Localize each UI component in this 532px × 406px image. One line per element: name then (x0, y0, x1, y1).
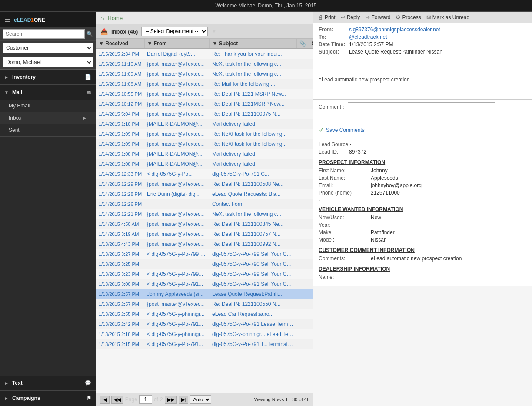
row-attachment (296, 99, 309, 109)
col-received[interactable]: ▼ Received (96, 39, 144, 49)
sidebar-item-my-email[interactable]: My Email (0, 100, 96, 112)
table-row[interactable]: 1/14/2015 12:26 PM Contact Form 2 Kb (96, 199, 313, 209)
table-row[interactable]: 1/14/2015 1:10 PM {MAILER-DAEMON@... Mai… (96, 119, 313, 129)
search-icon[interactable]: 🔍 (86, 31, 93, 37)
row-size: 2 Kb (309, 339, 313, 349)
comment-textarea[interactable] (348, 102, 495, 124)
sidebar-item-inbox[interactable]: Inbox ► (0, 112, 96, 124)
from-email-link[interactable]: sig897376@phnnigr.piaccessdealer.net (349, 27, 440, 33)
table-row[interactable]: 1/13/2015 3:25 PM dlg-0575G-y-Po-790 Sel… (96, 259, 313, 269)
prev-page-button[interactable]: ◀◀ (111, 396, 123, 404)
row-from: {MAILER-DAEMON@... (144, 119, 209, 129)
row-attachment (296, 199, 309, 209)
table-row[interactable]: 1/14/2015 10:55 PM {post_master@vTextec.… (96, 89, 313, 99)
row-from (144, 259, 209, 269)
reply-label: Reply (347, 14, 360, 20)
app-logo: eLEAD1ONE (14, 16, 45, 23)
mark-unread-action[interactable]: ✉ Mark as Unread (426, 14, 469, 20)
table-row[interactable]: 1/14/2015 12:29 PM {post_master@vTextec.… (96, 179, 313, 189)
table-row[interactable]: 1/15/2015 11:09 AM {post_master@vTextec.… (96, 69, 313, 79)
table-row[interactable]: 1/13/2015 2:15 PM < dlg-0575G-y-Po-791..… (96, 339, 313, 349)
table-row[interactable]: 1/14/2015 1:08 PM {MAILER-DAEMON@... Mai… (96, 159, 313, 169)
col-attachment: 📎 (296, 39, 309, 49)
row-from: {post_master@vTextec... (144, 239, 209, 249)
table-row[interactable]: 1/14/2015 12:28 PM Eric Dunn (digits) di… (96, 189, 313, 199)
table-row[interactable]: 1/13/2015 2:55 PM < dlg-0575G-y-phinnigr… (96, 309, 313, 319)
table-row[interactable]: 1/14/2015 1:09 PM {post_master@vTextec..… (96, 139, 313, 149)
row-subject: Re: Deal IN: 1221100757 N... (209, 229, 296, 239)
mail-arrow-icon: ▼ (4, 90, 9, 95)
table-row[interactable]: 1/14/2015 5:04 PM {post_master@vTextec..… (96, 109, 313, 119)
rows-per-page-select[interactable]: Auto 10 20 30 50 (190, 395, 211, 404)
row-from: < dlg-0575G-y-Po-791... (144, 319, 209, 329)
row-size: 2 Kb (309, 179, 313, 189)
home-link[interactable]: Home (107, 15, 123, 21)
table-row[interactable]: 1/15/2015 11:10 AM {post_master@vTextec.… (96, 59, 313, 69)
table-row[interactable]: 1/14/2015 12:21 PM {post_master@vTextec.… (96, 209, 313, 219)
save-comments-button[interactable]: ✓ Save Comments (319, 126, 365, 134)
row-subject: Mail delivery failed (209, 149, 296, 159)
sidebar-item-text[interactable]: ► Text 💬 (0, 376, 96, 391)
row-from: {post_master@vTextec... (144, 179, 209, 189)
row-size: 3 Kb (309, 59, 313, 69)
sidebar-inventory-section: ► Inventory 📄 (0, 70, 96, 85)
table-row[interactable]: 1/14/2015 10:12 PM {post_master@vTextec.… (96, 99, 313, 109)
row-from: {post_master@vTextec... (144, 89, 209, 99)
sidebar-item-sent[interactable]: Sent (0, 124, 96, 136)
search-input[interactable] (3, 29, 85, 39)
department-dropdown-icon: ▼ (211, 28, 216, 34)
table-row[interactable]: 1/13/2015 2:57 PM Johnny Appleseeds (si.… (96, 289, 313, 299)
domo-select[interactable]: Domo, Michael (3, 57, 93, 67)
detail-scroll-container[interactable]: From: sig897376@phnnigr.piaccessdealer.n… (313, 23, 532, 406)
row-date: 1/15/2015 2:34 PM (96, 49, 144, 59)
row-date: 1/13/2015 2:57 PM (96, 299, 144, 309)
table-row[interactable]: 1/14/2015 3:19 AM {post_master@vTextec..… (96, 229, 313, 239)
table-row[interactable]: 1/13/2015 3:27 PM < dlg-0575G-y-Po-799 C… (96, 249, 313, 259)
mail-icon: ✉ (87, 89, 91, 95)
table-row[interactable]: 1/13/2015 2:18 PM < dlg-0575G-y-phinnigr… (96, 329, 313, 339)
row-from: {MAILER-DAEMON@... (144, 159, 209, 169)
comments-label: Comments: (319, 255, 371, 262)
col-size[interactable]: Size (309, 39, 313, 49)
next-page-button[interactable]: ▶▶ (165, 396, 177, 404)
table-row[interactable]: 1/13/2015 2:57 PM {post_master@vTextec..… (96, 299, 313, 309)
sidebar-item-inventory[interactable]: ► Inventory 📄 (0, 70, 96, 84)
department-select[interactable]: -- Select Department -- (141, 27, 208, 36)
table-row[interactable]: 1/13/2015 2:42 PM < dlg-0575G-y-Po-791..… (96, 319, 313, 329)
table-row[interactable]: 1/13/2015 4:43 PM {post_master@vTextec..… (96, 239, 313, 249)
table-row[interactable]: 1/14/2015 1:09 PM {post_master@vTextec..… (96, 129, 313, 139)
row-date: 1/14/2015 12:21 PM (96, 209, 144, 219)
sidebar-item-mail[interactable]: ▼ Mail ✉ (0, 85, 96, 100)
print-action[interactable]: 🖨 Print (318, 14, 336, 20)
row-date: 1/15/2015 11:09 AM (96, 69, 144, 79)
year-label: Year: (319, 222, 371, 228)
datetime-value: 1/13/2015 2:57 PM (349, 41, 393, 47)
to-email-link[interactable]: @eleadtrack.net (349, 34, 387, 40)
customer-select[interactable]: Customer Lead All (3, 43, 93, 53)
table-row[interactable]: 1/15/2015 11:08 AM {post_master@vTextec.… (96, 79, 313, 89)
col-subject[interactable]: ▼ Subject (209, 39, 296, 49)
col-from[interactable]: ▼ From (144, 39, 209, 49)
first-page-button[interactable]: |◀ (100, 396, 110, 404)
row-size: 2 Kb (309, 149, 313, 159)
row-size: 2 Kb (309, 129, 313, 139)
email-table-container[interactable]: ▼ Received ▼ From ▼ Subject 📎 Size 1/15/… (96, 39, 313, 393)
table-row[interactable]: 1/13/2015 3:23 PM < dlg-0575G-y-Po-799..… (96, 269, 313, 279)
row-subject: Re: Deal IN: 1221100845 Ne... (209, 219, 296, 229)
sidebar-item-campaigns[interactable]: ► Campaigns ⚑ (0, 391, 96, 406)
table-row[interactable]: 1/14/2015 4:50 AM {post_master@vTextec..… (96, 219, 313, 229)
email-value: johhnyboy@apple.org (371, 182, 422, 188)
table-row[interactable]: 1/14/2015 1:08 PM {MAILER-DAEMON@... Mai… (96, 149, 313, 159)
process-action[interactable]: ⚙ Process (396, 14, 421, 20)
table-row[interactable]: 1/15/2015 2:34 PM Daniel Digital (dyt9..… (96, 49, 313, 59)
row-size: 3 Kb (309, 269, 313, 279)
last-page-button[interactable]: ▶| (179, 396, 189, 404)
reply-action[interactable]: ↩ Reply (341, 14, 360, 20)
table-row[interactable]: 1/14/2015 12:33 PM < dlg-0575G-y-Po... d… (96, 169, 313, 179)
hamburger-icon[interactable]: ☰ (4, 15, 10, 23)
page-input[interactable] (139, 395, 152, 404)
row-date: 1/14/2015 1:10 PM (96, 119, 144, 129)
row-subject: dlg-0575G-y-Po-799 Sell Your Car Pay... (209, 269, 296, 279)
table-row[interactable]: 1/13/2015 3:00 PM < dlg-0575G-y-Po-791..… (96, 279, 313, 289)
forward-action[interactable]: ↪ Forward (365, 14, 390, 20)
